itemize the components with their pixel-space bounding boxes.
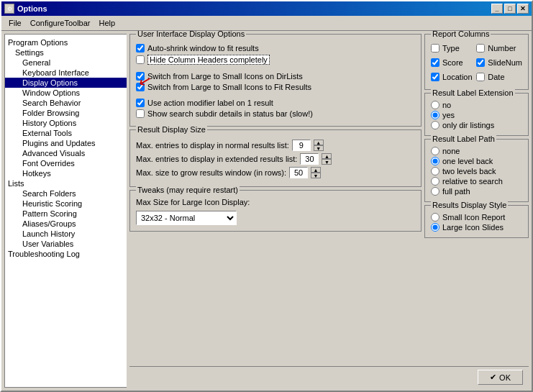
size-input-normal[interactable] [292,140,311,151]
menu-configure-toolbar[interactable]: ConfigureToolbar [26,17,95,29]
checkbox-slidenum-label: SlideNum [488,58,522,67]
size-control-grow: Max. size to grow results window (in row… [136,167,415,178]
radio-path-one-level-label: one level back [442,157,493,165]
sidebar-item-user-variables[interactable]: User Variables [5,239,127,249]
size-control-extended: Max. entries to display in extended resu… [136,153,415,165]
radio-ext-yes-input[interactable] [431,111,439,119]
radio-path-two-levels-input[interactable] [431,167,439,176]
checkbox-hide-col-headers-input[interactable] [136,55,145,64]
size-label-extended: Max. entries to display in extended resu… [136,155,297,163]
window-title: Options [17,4,47,13]
result-display-size-title: Result Display Size [136,125,207,134]
radio-style-large-icon-label: Large Icon Slides [442,223,504,232]
sidebar-item-troubleshooting[interactable]: Troubleshooting Log [5,249,127,259]
checkbox-switch-large-small-dirlists-label: Switch from Large to Small Icons on DirL… [147,72,303,81]
report-columns-title: Report Columns [431,31,491,38]
radio-ext-no-input[interactable] [431,101,439,109]
title-bar-left: ⚙ Options [4,4,47,14]
sidebar-item-display-options[interactable]: Display Options [5,78,127,88]
tweaks-title: Tweaks (may require restart) [136,186,240,194]
menu-help[interactable]: Help [95,17,120,29]
sidebar-item-search-behavior[interactable]: Search Behavior [5,98,127,108]
size-control-normal: Max. entries to display in normal result… [136,140,415,151]
main-content: Program Options Settings General Keyboar… [1,31,532,391]
checkbox-type-input[interactable] [431,44,439,53]
checkbox-action-modifier-input[interactable] [136,99,145,107]
bottom-row: ✔ OK [129,366,529,388]
sidebar-item-folder-browsing[interactable]: Folder Browsing [5,108,127,118]
sidebar-item-history-options[interactable]: History Options [5,118,127,128]
sidebar-item-lists[interactable]: Lists [5,178,127,188]
checkbox-switch-large-small-fit: Switch from Large to Small Icons to Fit … [136,83,415,91]
checkbox-date-input[interactable] [476,73,485,81]
checkbox-location-label: Location [442,73,473,81]
sidebar-item-heuristic-scoring[interactable]: Heuristic Scoring [5,199,127,209]
sidebar-item-aliases-groups[interactable]: Aliases/Groups [5,219,127,229]
checkbox-switch-large-small-fit-label: Switch from Large to Small Icons to Fit … [147,83,311,91]
sidebar-item-general[interactable]: General [5,58,127,68]
main-window: ⚙ Options _ □ ✕ File ConfigureToolbar He… [0,0,533,392]
sidebar-item-pattern-scoring[interactable]: Pattern Scoring [5,209,127,219]
checkbox-score-label: Score [442,58,463,67]
checkbox-score-input[interactable] [431,58,439,67]
radio-ext-only-dir-input[interactable] [431,121,439,129]
radio-ext-no-label: no [442,101,451,109]
spin-up-normal[interactable]: ▲ [314,140,324,145]
checkbox-location: Location [431,73,475,81]
spin-down-extended[interactable]: ▼ [322,159,332,165]
checkbox-switch-large-small-fit-input[interactable] [136,83,145,91]
ok-button[interactable]: ✔ OK [478,370,523,385]
sidebar-item-hotkeys[interactable]: Hotkeys [5,168,127,178]
spin-btns-extended: ▲ ▼ [322,153,332,165]
maximize-button[interactable]: □ [504,4,516,14]
sidebar-item-window-options[interactable]: Window Options [5,88,127,98]
tweaks-group: Tweaks (may require restart) Max Size fo… [129,190,422,232]
spin-btns-normal: ▲ ▼ [314,140,324,151]
spin-down-grow[interactable]: ▼ [311,173,321,178]
close-button[interactable]: ✕ [517,4,529,14]
checkbox-location-input[interactable] [431,73,439,81]
radio-path-full-input[interactable] [431,187,439,196]
checkbox-date: Date [476,73,522,81]
checkbox-number-input[interactable] [476,44,485,53]
minimize-button[interactable]: _ [491,4,503,14]
checkbox-switch-large-small-dirlists-input[interactable] [136,72,145,81]
checkbox-switch-large-small-dirlists: Switch from Large to Small Icons on DirL… [136,72,415,81]
main-area: User Interface Display Options Auto-shri… [129,34,422,363]
radio-path-relative-input[interactable] [431,177,439,186]
checkbox-auto-shrink-input[interactable] [136,44,145,53]
radio-style-large-icon: Large Icon Slides [431,223,522,232]
menu-file[interactable]: File [4,17,26,29]
right-top: User Interface Display Options Auto-shri… [129,34,529,363]
spin-up-extended[interactable]: ▲ [322,153,332,159]
sidebar-item-settings[interactable]: Settings [5,47,127,58]
spin-btns-grow: ▲ ▼ [311,167,321,178]
sidebar-item-search-folders[interactable]: Search Folders [5,188,127,199]
checkbox-slidenum-input[interactable] [476,58,485,67]
size-label-normal: Max. entries to display in normal result… [136,141,289,150]
sidebar-item-keyboard-interface[interactable]: Keyboard Interface [5,68,127,78]
radio-style-large-icon-input[interactable] [431,223,439,232]
result-display-size-group: Result Display Size Max. entries to disp… [129,129,422,187]
radio-style-small-icon-input[interactable] [431,213,439,222]
result-label-path-radios: none one level back two levels back [431,147,522,196]
radio-path-none-input[interactable] [431,147,439,155]
size-input-grow[interactable] [289,167,308,178]
spin-up-grow[interactable]: ▲ [311,167,321,173]
sidebar: Program Options Settings General Keyboar… [4,34,127,388]
sidebar-item-launch-history[interactable]: Launch History [5,229,127,239]
sidebar-item-font-overrides[interactable]: Font Overrides [5,158,127,168]
checkbox-date-label: Date [488,73,504,81]
spin-down-normal[interactable]: ▼ [314,145,324,151]
checkbox-number-label: Number [488,44,516,53]
checkbox-show-search-subdir-input[interactable] [136,109,145,118]
sidebar-item-external-tools[interactable]: External Tools [5,128,127,138]
results-display-style-title: Results Display Style [431,201,508,209]
radio-path-one-level-input[interactable] [431,157,439,165]
sidebar-item-program-options[interactable]: Program Options [5,37,127,47]
checkbox-action-modifier: Use action modifier label on 1 result [136,99,415,107]
size-input-extended[interactable] [300,153,319,165]
tweaks-select[interactable]: 32x32 - Normal 16x16 - Small 48x48 - Lar… [136,211,237,225]
sidebar-item-plugins-updates[interactable]: Plugins and Updates [5,138,127,148]
sidebar-item-advanced-visuals[interactable]: Advanced Visuals [5,148,127,158]
